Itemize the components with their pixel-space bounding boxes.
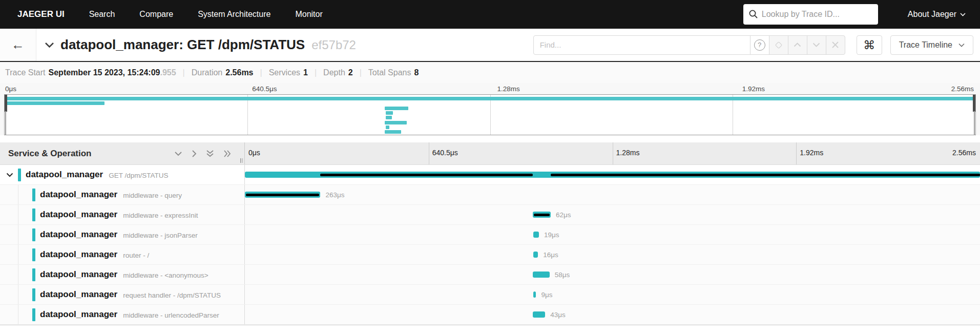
find-input[interactable]: [533, 35, 750, 55]
collapse-one-icon[interactable]: [174, 151, 182, 156]
span-name-cell[interactable]: datapool_manager GET /dpm/STATUS: [0, 165, 245, 184]
help-icon: ?: [754, 39, 765, 51]
summary-value-suffix: .955: [160, 68, 176, 77]
operation-name: GET /dpm/STATUS: [109, 172, 168, 179]
back-button[interactable]: ←: [0, 29, 36, 61]
span-name-cell[interactable]: datapool_manager middleware - expressIni…: [0, 205, 245, 224]
trace-view-label: Trace Timeline: [899, 40, 952, 50]
axis-gridline: [613, 142, 613, 164]
find-prev-button[interactable]: [788, 35, 807, 55]
span-duration-label: 62μs: [556, 211, 571, 219]
minimap-canvas[interactable]: [4, 94, 976, 135]
operation-name: router - /: [123, 252, 149, 259]
span-bar[interactable]: [533, 272, 550, 278]
summary-value: 2.56ms: [225, 68, 253, 77]
axis-gridline: [796, 142, 797, 164]
operation-name: middleware - jsonParser: [123, 232, 198, 239]
indent-guide: [18, 185, 18, 204]
span-bar[interactable]: [533, 311, 545, 318]
nav-links: SearchCompareSystem ArchitectureMonitor: [89, 10, 323, 19]
about-jaeger-menu[interactable]: About Jaeger: [908, 10, 966, 19]
summary-separator: |: [260, 68, 262, 77]
nav-item-search[interactable]: Search: [89, 10, 115, 19]
trace-view-selector[interactable]: Trace Timeline: [890, 35, 973, 55]
span-name-cell[interactable]: datapool_manager middleware - <anonymous…: [0, 265, 245, 284]
focus-diamond-icon: [775, 41, 782, 48]
span-bar[interactable]: [533, 252, 538, 258]
span-name-cell[interactable]: datapool_manager router - /: [0, 245, 245, 264]
service-name: datapool_manager: [40, 269, 117, 280]
find-group: ?: [533, 35, 845, 55]
critical-path-segment: [534, 214, 550, 216]
span-bar[interactable]: [533, 232, 539, 238]
operation-name: middleware - <anonymous>: [123, 272, 208, 279]
nav-item-system-architecture[interactable]: System Architecture: [198, 10, 270, 19]
indent-guide: [18, 225, 18, 244]
minimap-span-bar: [386, 116, 392, 119]
operation-name: request handler - /dpm/STATUS: [123, 291, 221, 299]
indent-guide: [18, 285, 18, 304]
service-name: datapool_manager: [40, 210, 117, 220]
minimap-right-scrubber[interactable]: [972, 95, 975, 135]
trace-lookup-input[interactable]: [743, 4, 878, 25]
service-color-bar: [32, 288, 35, 301]
chevron-down-icon: [960, 13, 966, 16]
focus-span-button[interactable]: [769, 35, 788, 55]
find-help-button[interactable]: ?: [750, 35, 769, 55]
trace-collapse-toggle[interactable]: [45, 42, 54, 48]
trace-header-toolbar: ? ⌘ Trace Timeline: [533, 29, 973, 61]
timeline-axis-tick: 1.28ms: [616, 149, 640, 157]
critical-path-segment: [246, 194, 319, 196]
span-rows: datapool_manager GET /dpm/STATUS datapoo…: [0, 165, 980, 325]
service-color-bar: [32, 189, 35, 201]
collapse-all-icon[interactable]: [206, 150, 214, 157]
find-clear-button[interactable]: [826, 35, 845, 55]
span-timeline-cell: 43μs: [245, 305, 980, 324]
trace-title-area: datapool_manager: GET /dpm/STATUS ef57b7…: [36, 29, 356, 61]
span-timeline-cell: 62μs: [245, 205, 980, 224]
column-resize-handle[interactable]: [240, 158, 243, 163]
service-color-bar: [32, 208, 35, 221]
chevron-down-icon: [958, 43, 965, 47]
summary-value: September 15 2023, 15:24:09: [49, 68, 160, 77]
minimap-axis: 0μs640.5μs1.28ms1.92ms2.56ms: [0, 83, 980, 94]
service-name: datapool_manager: [40, 309, 117, 320]
summary-label: Total Spans: [368, 68, 411, 77]
timeline-axis-header: 0μs640.5μs1.28ms1.92ms2.56ms: [245, 142, 980, 164]
span-name-cell[interactable]: datapool_manager middleware - jsonParser: [0, 225, 245, 244]
expand-one-icon[interactable]: [192, 150, 197, 158]
keyboard-shortcuts-button[interactable]: ⌘: [857, 35, 882, 55]
minimap-span-bar: [5, 101, 105, 105]
summary-label: Services: [269, 68, 300, 77]
nav-item-monitor[interactable]: Monitor: [295, 10, 322, 19]
summary-value: 8: [414, 68, 419, 77]
service-color-bar: [18, 169, 21, 181]
indent-guide: [18, 265, 18, 284]
find-next-button[interactable]: [807, 35, 826, 55]
minimap-axis-tick: 1.92ms: [742, 85, 765, 93]
service-color-bar: [32, 228, 35, 241]
arrow-left-icon: ←: [11, 37, 25, 53]
expand-all-icon[interactable]: [223, 150, 231, 158]
span-name-cell[interactable]: datapool_manager middleware - urlencoded…: [0, 305, 245, 324]
span-row: datapool_manager middleware - jsonParser…: [0, 225, 980, 245]
minimap-axis-tick: 640.5μs: [252, 85, 277, 93]
timeline-axis-tick: 2.56ms: [952, 149, 976, 157]
span-name-cell[interactable]: datapool_manager middleware - query: [0, 185, 245, 204]
minimap-axis-tick: 0μs: [5, 85, 16, 93]
minimap-left-scrubber[interactable]: [5, 95, 8, 135]
operation-name: middleware - expressInit: [123, 212, 198, 219]
minimap-gridline: [490, 95, 491, 135]
span-collapse-chevron-icon[interactable]: [6, 173, 13, 177]
span-timeline-cell: 19μs: [245, 225, 980, 244]
summary-label: Duration: [192, 68, 222, 77]
span-bar[interactable]: [533, 291, 536, 298]
nav-item-compare[interactable]: Compare: [139, 10, 173, 19]
app-logo[interactable]: JAEGER UI: [17, 9, 65, 19]
span-duration-label: 9μs: [541, 291, 552, 299]
span-name-cell[interactable]: datapool_manager request handler - /dpm/…: [0, 285, 245, 304]
service-name: datapool_manager: [40, 190, 117, 200]
trace-title: datapool_manager: GET /dpm/STATUS: [60, 37, 305, 53]
indent-guide: [18, 205, 18, 224]
axis-gridline: [429, 142, 429, 164]
